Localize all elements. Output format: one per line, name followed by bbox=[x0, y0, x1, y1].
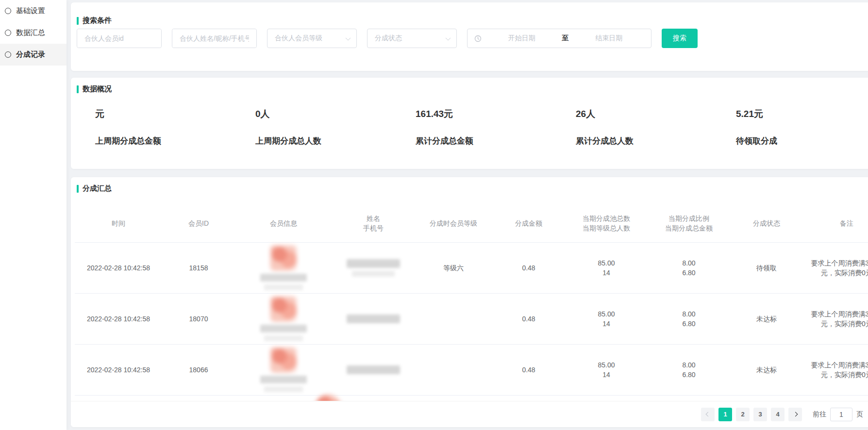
stats-row: 元 上周期分成总金额 0人 上周期分成总人数 161.43元 累计分成总金额 2… bbox=[71, 108, 868, 147]
table-row: 2022-02-28 10:42:58 18070 0.48 85.00 14 … bbox=[75, 294, 868, 345]
stat-pending-amount: 5.21元 待领取分成 bbox=[712, 108, 868, 147]
pagination-page-1[interactable]: 1 bbox=[718, 408, 732, 421]
blurred-avatar bbox=[270, 347, 297, 373]
col-amount: 分成金额 bbox=[492, 218, 565, 228]
table-header-row: 时间 会员ID 会员信息 姓名 手机号 分成时会员等级 分成金额 当期分成池总数… bbox=[75, 204, 868, 243]
goto-label: 前往 bbox=[813, 410, 826, 419]
start-date-placeholder[interactable]: 开始日期 bbox=[484, 34, 559, 43]
blurred-avatar bbox=[270, 297, 297, 322]
sidebar-item-basic-settings[interactable]: 基础设置 bbox=[0, 0, 67, 22]
chevron-right-icon bbox=[793, 412, 798, 417]
stat-total-amount: 161.43元 累计分成总金额 bbox=[391, 108, 551, 147]
blurred-nickname bbox=[260, 376, 307, 383]
row-ratio: 8.00 6.80 bbox=[648, 258, 730, 278]
pagination-page-4[interactable]: 4 bbox=[771, 408, 785, 421]
stat-label: 累计分成总金额 bbox=[416, 135, 551, 147]
col-name-phone: 姓名 手机号 bbox=[332, 214, 415, 233]
commission-status-placeholder: 分成状态 bbox=[375, 34, 402, 43]
row-status: 未达标 bbox=[730, 314, 803, 324]
col-time: 时间 bbox=[75, 218, 162, 228]
sidebar: 基础设置 数据汇总 分成记录 bbox=[0, 0, 67, 430]
stat-label: 上周期分成总人数 bbox=[255, 135, 391, 147]
sidebar-item-data-summary[interactable]: 数据汇总 bbox=[0, 22, 67, 44]
blurred-avatar bbox=[270, 246, 297, 271]
pagination-jump: 前往 页 bbox=[813, 408, 863, 421]
row-member-info bbox=[235, 246, 332, 290]
sidebar-item-commission-records[interactable]: 分成记录 bbox=[0, 44, 67, 66]
search-panel-title: 搜索条件 bbox=[77, 16, 112, 25]
clock-icon bbox=[474, 35, 482, 42]
stat-value: 161.43元 bbox=[416, 108, 551, 120]
col-status: 分成状态 bbox=[730, 218, 803, 228]
row-member-id: 18070 bbox=[162, 314, 235, 324]
row-time: 2022-02-28 10:42:58 bbox=[75, 263, 162, 273]
row-name-phone bbox=[332, 259, 415, 277]
data-overview-title: 数据概况 bbox=[77, 84, 112, 94]
end-date-placeholder[interactable]: 结束日期 bbox=[572, 34, 647, 43]
row-amount: 0.48 bbox=[492, 263, 565, 273]
radio-circle-icon bbox=[5, 30, 11, 36]
data-overview-panel: 数据概况 元 上周期分成总金额 0人 上周期分成总人数 161.43元 累计分成… bbox=[71, 78, 868, 169]
commission-table: 时间 会员ID 会员信息 姓名 手机号 分成时会员等级 分成金额 当期分成池总数… bbox=[75, 204, 868, 396]
blurred-nickname bbox=[260, 274, 307, 281]
stat-last-period-amount: 元 上周期分成总金额 bbox=[71, 108, 231, 147]
search-button[interactable]: 搜索 bbox=[662, 29, 698, 48]
blurred-name bbox=[347, 259, 400, 268]
row-pool: 85.00 14 bbox=[565, 309, 648, 329]
row-pool: 85.00 14 bbox=[565, 360, 648, 380]
blurred-phone bbox=[352, 271, 395, 277]
row-time: 2022-02-28 10:42:58 bbox=[75, 314, 162, 324]
goto-page-input[interactable] bbox=[830, 408, 852, 421]
accent-bar bbox=[77, 85, 79, 93]
blurred-nickname bbox=[260, 325, 307, 332]
row-level: 等级六 bbox=[415, 263, 492, 273]
row-remark: 要求上个周消费满30.00元，实际消费0元 bbox=[803, 360, 868, 380]
row-ratio: 8.00 6.80 bbox=[648, 309, 730, 329]
pagination-page-3[interactable]: 3 bbox=[753, 408, 767, 421]
search-form: 合伙人会员等级 分成状态 开始日期 至 结束日期 搜索 bbox=[77, 29, 698, 48]
date-range-picker[interactable]: 开始日期 至 结束日期 bbox=[467, 29, 651, 48]
blurred-nickname-line2 bbox=[264, 335, 303, 341]
blurred-nickname-line2 bbox=[264, 386, 303, 392]
col-member-id: 会员ID bbox=[162, 218, 235, 228]
pagination-page-2[interactable]: 2 bbox=[736, 408, 750, 421]
chevron-down-icon bbox=[445, 35, 451, 40]
row-ratio: 8.00 6.80 bbox=[648, 360, 730, 380]
partner-name-input[interactable] bbox=[172, 29, 256, 48]
sidebar-item-label: 数据汇总 bbox=[16, 28, 45, 37]
sidebar-item-label: 分成记录 bbox=[16, 50, 45, 59]
radio-circle-icon bbox=[5, 51, 11, 58]
stat-label: 累计分成总人数 bbox=[576, 135, 712, 147]
col-ratio: 当期分成比例 当期分成总金额 bbox=[648, 214, 730, 233]
stat-value: 5.21元 bbox=[736, 108, 868, 120]
member-id-input[interactable] bbox=[77, 29, 161, 48]
stat-total-count: 26人 累计分成总人数 bbox=[551, 108, 712, 147]
commission-status-select[interactable]: 分成状态 bbox=[367, 29, 457, 48]
member-level-select[interactable]: 合伙人会员等级 bbox=[267, 29, 357, 48]
blurred-name bbox=[347, 314, 400, 323]
row-amount: 0.48 bbox=[492, 314, 565, 324]
col-pool: 当期分成池总数 当期等级总人数 bbox=[565, 214, 648, 233]
table-row: 2022-02-28 10:42:58 18066 0.48 85.00 14 … bbox=[75, 345, 868, 396]
chevron-left-icon bbox=[705, 412, 710, 417]
row-status: 待领取 bbox=[730, 263, 803, 273]
stat-label: 上周期分成总金额 bbox=[95, 135, 231, 147]
pagination-prev-button[interactable] bbox=[701, 408, 715, 421]
row-time: 2022-02-28 10:42:58 bbox=[75, 365, 162, 375]
commission-summary-panel: 分成汇总 时间 会员ID 会员信息 姓名 手机号 分成时会员等级 分成金额 当期… bbox=[71, 177, 868, 427]
pagination-next-button[interactable] bbox=[788, 408, 802, 421]
search-panel: 搜索条件 合伙人会员等级 分成状态 开始日期 至 结束日期 bbox=[71, 2, 868, 71]
row-pool: 85.00 14 bbox=[565, 258, 648, 278]
table-row: 2022-02-28 10:42:58 18158 等级六 0.48 85.00… bbox=[75, 243, 868, 294]
row-remark: 要求上个周消费满30.00元，实际消费0元 bbox=[803, 309, 868, 329]
col-member-info: 会员信息 bbox=[235, 218, 332, 228]
accent-bar bbox=[77, 185, 79, 193]
row-remark: 要求上个周消费满30.00元，实际消费0元 bbox=[803, 258, 868, 278]
row-member-id: 18066 bbox=[162, 365, 235, 375]
page-unit-label: 页 bbox=[856, 410, 863, 419]
col-level: 分成时会员等级 bbox=[415, 218, 492, 228]
radio-circle-icon bbox=[5, 8, 11, 14]
row-name-phone bbox=[332, 314, 415, 323]
date-separator: 至 bbox=[562, 34, 569, 43]
accent-bar bbox=[77, 17, 79, 25]
